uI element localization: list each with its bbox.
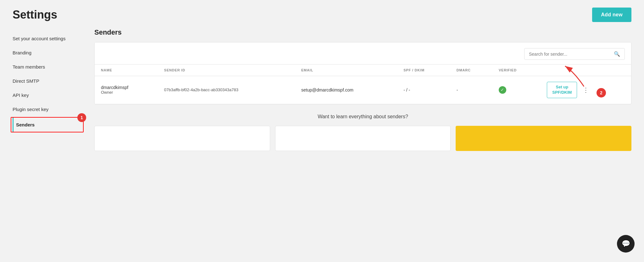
table-row: dmarcdkimspf Owner 07b3affb-bf02-4a2b-ba… (95, 76, 631, 104)
add-new-button[interactable]: Add new (592, 8, 631, 22)
setup-spf-dkim-button[interactable]: Set up SPF/DKIM (547, 82, 577, 98)
cell-name: dmarcdkimspf Owner (95, 76, 158, 104)
col-spf-dkim: SPF / DKIM (397, 64, 450, 76)
bottom-cards (94, 126, 631, 151)
sender-name: dmarcdkimspf (101, 85, 152, 90)
sidebar-item-team-members[interactable]: Team members (13, 60, 82, 74)
sidebar-item-plugin-secret-key[interactable]: Plugin secret key (13, 102, 82, 116)
sender-id-value: 07b3affb-bf02-4a2b-bacc-ab330343a783 (164, 87, 289, 92)
col-name: NAME (95, 64, 158, 76)
sidebar-item-api-key[interactable]: API key (13, 88, 82, 102)
sidebar-item-label: Team members (13, 64, 45, 70)
chat-button[interactable]: 💬 (617, 235, 635, 253)
table-toolbar: 🔍 (95, 42, 631, 64)
sidebar-item-branding[interactable]: Branding (13, 46, 82, 60)
bottom-card-3[interactable] (456, 126, 631, 151)
col-actions (541, 64, 631, 76)
sidebar-item-direct-smtp[interactable]: Direct SMTP (13, 74, 82, 88)
sidebar-item-label: API key (13, 92, 29, 98)
search-box: 🔍 (524, 48, 625, 60)
sidebar-item-account-settings[interactable]: Set your account settings (13, 31, 82, 46)
search-input[interactable] (529, 52, 612, 57)
cell-actions: 2 Set up SPF/DKIM ⋮ (541, 76, 631, 104)
content-area: Senders 🔍 NAME SENDER ID EMAIL (82, 28, 631, 249)
sidebar-item-label: Plugin secret key (13, 107, 48, 112)
more-options-icon[interactable]: ⋮ (580, 85, 591, 95)
sender-owner: Owner (101, 90, 152, 95)
senders-table: NAME SENDER ID EMAIL SPF / DKIM DMARC VE… (95, 64, 631, 104)
bottom-section: Want to learn everything about senders? (94, 114, 631, 151)
sidebar: Set your account settings Branding Team … (13, 28, 82, 249)
col-dmarc: DMARC (450, 64, 492, 76)
table-header-row: NAME SENDER ID EMAIL SPF / DKIM DMARC VE… (95, 64, 631, 76)
verified-checkmark: ✓ (499, 86, 506, 94)
cell-spf-dkim: - / - (397, 76, 450, 104)
cell-verified: ✓ (492, 76, 541, 104)
bottom-card-2[interactable] (275, 126, 451, 151)
cell-email: setup@dmarcdkimspf.com (295, 76, 397, 104)
col-email: EMAIL (295, 64, 397, 76)
section-title: Senders (94, 28, 631, 36)
table-card: 🔍 NAME SENDER ID EMAIL SPF / DKIM DMARC … (94, 42, 631, 104)
col-verified: VERIFIED (492, 64, 541, 76)
sidebar-item-label: Branding (13, 50, 31, 55)
learn-text: Want to learn everything about senders? (94, 114, 631, 120)
main-content: Set your account settings Branding Team … (0, 28, 644, 262)
page-title: Settings (13, 8, 57, 21)
annotation-badge-1: 1 (77, 113, 86, 122)
row-actions: 2 Set up SPF/DKIM ⋮ (547, 82, 625, 98)
page-wrapper: Settings Add new Set your account settin… (0, 0, 644, 262)
cell-dmarc: - (450, 76, 492, 104)
search-icon: 🔍 (614, 51, 620, 57)
sidebar-item-label: Direct SMTP (13, 78, 39, 84)
bottom-card-1[interactable] (94, 126, 270, 151)
annotation-badge-2: 2 (597, 88, 606, 98)
sidebar-item-senders[interactable]: Senders (13, 118, 82, 132)
sidebar-item-label: Senders (16, 122, 35, 127)
top-header: Settings Add new (0, 0, 644, 28)
sidebar-item-label: Set your account settings (13, 36, 65, 41)
col-sender-id: SENDER ID (158, 64, 295, 76)
chat-icon: 💬 (622, 240, 630, 248)
cell-sender-id: 07b3affb-bf02-4a2b-bacc-ab330343a783 (158, 76, 295, 104)
